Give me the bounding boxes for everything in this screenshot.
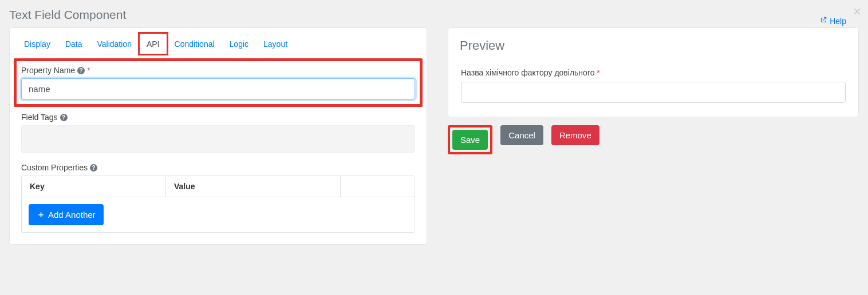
required-indicator: * <box>597 68 599 77</box>
action-buttons: Save Cancel Remove <box>448 125 859 154</box>
help-icon[interactable]: ? <box>90 164 97 172</box>
property-name-label: Property Name <box>21 66 75 75</box>
preview-panel: Preview Назва хімічного фактору довільно… <box>448 27 859 117</box>
tab-api[interactable]: API <box>139 34 167 54</box>
close-icon[interactable]: × <box>853 3 861 19</box>
help-icon[interactable]: ? <box>77 67 85 74</box>
add-another-button[interactable]: ＋ Add Another <box>29 204 104 225</box>
tab-display[interactable]: Display <box>17 34 58 54</box>
preview-field-label: Назва хімічного фактору довільного <box>461 68 594 77</box>
col-actions <box>340 176 415 197</box>
custom-properties-table: Key Value ＋ Add Another <box>21 176 415 233</box>
settings-panel: Display Data Validation API Conditional … <box>9 27 427 245</box>
tab-layout[interactable]: Layout <box>256 34 295 54</box>
help-label: Help <box>830 17 846 26</box>
save-button[interactable]: Save <box>452 130 488 150</box>
new-window-icon <box>819 16 827 26</box>
tab-logic[interactable]: Logic <box>222 34 256 54</box>
col-value: Value <box>166 176 340 197</box>
tab-data[interactable]: Data <box>58 34 90 54</box>
required-indicator: * <box>87 66 90 75</box>
preview-title: Preview <box>460 38 846 53</box>
add-another-label: Add Another <box>48 210 96 220</box>
preview-text-input[interactable] <box>461 82 846 103</box>
custom-properties-label: Custom Properties <box>21 163 88 172</box>
property-name-input[interactable] <box>21 78 415 99</box>
remove-button[interactable]: Remove <box>551 125 599 145</box>
field-tags-input[interactable] <box>21 125 415 153</box>
tabs: Display Data Validation API Conditional … <box>10 28 427 54</box>
tab-conditional[interactable]: Conditional <box>167 34 222 54</box>
field-tags-label: Field Tags <box>21 113 58 122</box>
help-link[interactable]: Help <box>819 16 846 26</box>
modal-title: Text Field Component <box>9 8 126 22</box>
plus-icon: ＋ <box>37 209 45 220</box>
help-icon[interactable]: ? <box>60 114 68 121</box>
cancel-button[interactable]: Cancel <box>500 125 543 145</box>
col-key: Key <box>22 176 166 197</box>
tab-validation[interactable]: Validation <box>89 34 139 54</box>
save-highlight: Save <box>448 125 492 154</box>
table-header-row: Key Value <box>22 176 415 197</box>
property-name-highlight: Property Name ? * <box>14 58 423 107</box>
